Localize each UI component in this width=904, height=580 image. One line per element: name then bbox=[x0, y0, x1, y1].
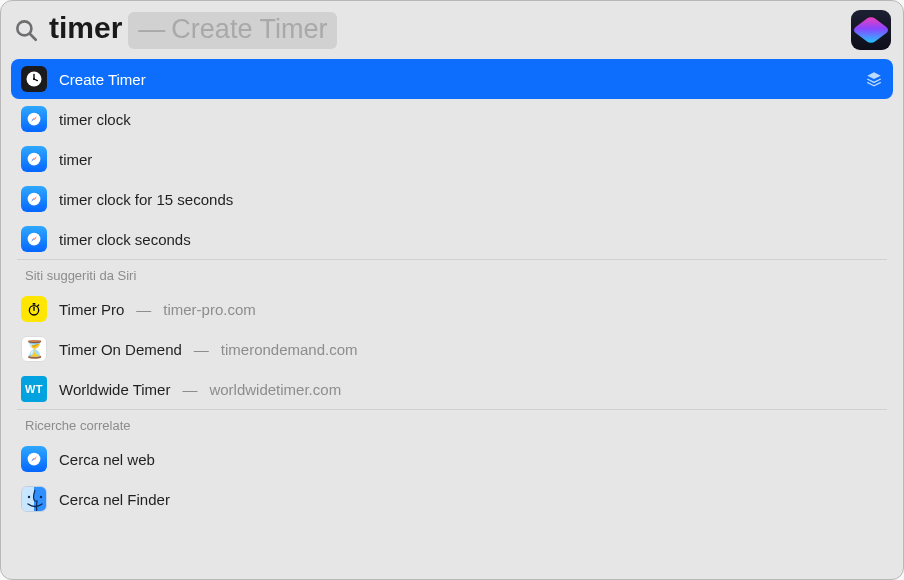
shortcuts-app-icon[interactable] bbox=[851, 10, 891, 50]
site-title: Worldwide Timer bbox=[59, 381, 170, 398]
svg-line-21 bbox=[38, 305, 39, 306]
section-header-related-searches: Ricerche correlate bbox=[17, 409, 887, 439]
result-title: Cerca nel Finder bbox=[59, 491, 170, 508]
search-icon bbox=[13, 17, 39, 43]
svg-point-25 bbox=[28, 496, 30, 498]
result-title: Cerca nel web bbox=[59, 451, 155, 468]
safari-icon bbox=[21, 226, 47, 252]
svg-line-1 bbox=[30, 34, 36, 40]
result-title: timer clock seconds bbox=[59, 231, 191, 248]
separator: — bbox=[182, 381, 197, 398]
results-list: Create Timer timer clock timer timer clo… bbox=[1, 59, 903, 579]
site-domain: timerondemand.com bbox=[221, 341, 358, 358]
wt-icon: WT bbox=[21, 376, 47, 402]
separator: — bbox=[136, 301, 151, 318]
site-domain: worldwidetimer.com bbox=[209, 381, 341, 398]
site-title: Timer On Demend bbox=[59, 341, 182, 358]
search-finder[interactable]: Cerca nel Finder bbox=[11, 479, 893, 519]
result-title: timer bbox=[59, 151, 92, 168]
search-input[interactable]: timer — Create Timer bbox=[49, 11, 841, 49]
safari-icon bbox=[21, 186, 47, 212]
suggestion-separator: — bbox=[138, 14, 165, 45]
suggestion-text: Create Timer bbox=[171, 14, 327, 45]
svg-point-5 bbox=[33, 78, 35, 80]
result-create-timer[interactable]: Create Timer bbox=[11, 59, 893, 99]
site-domain: timer-pro.com bbox=[163, 301, 256, 318]
site-worldwide-timer[interactable]: WT Worldwide Timer — worldwidetimer.com bbox=[11, 369, 893, 409]
spotlight-window: timer — Create Timer Create Timer bbox=[0, 0, 904, 580]
finder-icon bbox=[21, 486, 47, 512]
site-title: Timer Pro bbox=[59, 301, 124, 318]
separator: — bbox=[194, 341, 209, 358]
safari-icon bbox=[21, 106, 47, 132]
search-suggestion-pill[interactable]: — Create Timer bbox=[128, 12, 337, 49]
search-bar: timer — Create Timer bbox=[1, 1, 903, 59]
result-title: timer clock bbox=[59, 111, 131, 128]
section-header-siri-sites: Siti suggeriti da Siri bbox=[17, 259, 887, 289]
site-timer-pro[interactable]: Timer Pro — timer-pro.com bbox=[11, 289, 893, 329]
result-timer-clock-seconds[interactable]: timer clock seconds bbox=[11, 219, 893, 259]
layers-icon bbox=[865, 70, 883, 88]
clock-app-icon bbox=[21, 66, 47, 92]
safari-icon bbox=[21, 146, 47, 172]
svg-rect-20 bbox=[33, 303, 36, 305]
search-web[interactable]: Cerca nel web bbox=[11, 439, 893, 479]
result-title: Create Timer bbox=[59, 71, 146, 88]
svg-point-26 bbox=[40, 496, 42, 498]
result-timer[interactable]: timer bbox=[11, 139, 893, 179]
result-title: timer clock for 15 seconds bbox=[59, 191, 233, 208]
result-timer-clock-15s[interactable]: timer clock for 15 seconds bbox=[11, 179, 893, 219]
safari-icon bbox=[21, 446, 47, 472]
hourglass-icon: ⏳ bbox=[21, 336, 47, 362]
result-timer-clock[interactable]: timer clock bbox=[11, 99, 893, 139]
site-timer-on-demend[interactable]: ⏳ Timer On Demend — timerondemand.com bbox=[11, 329, 893, 369]
search-query-text: timer bbox=[49, 11, 122, 45]
stopwatch-icon bbox=[21, 296, 47, 322]
